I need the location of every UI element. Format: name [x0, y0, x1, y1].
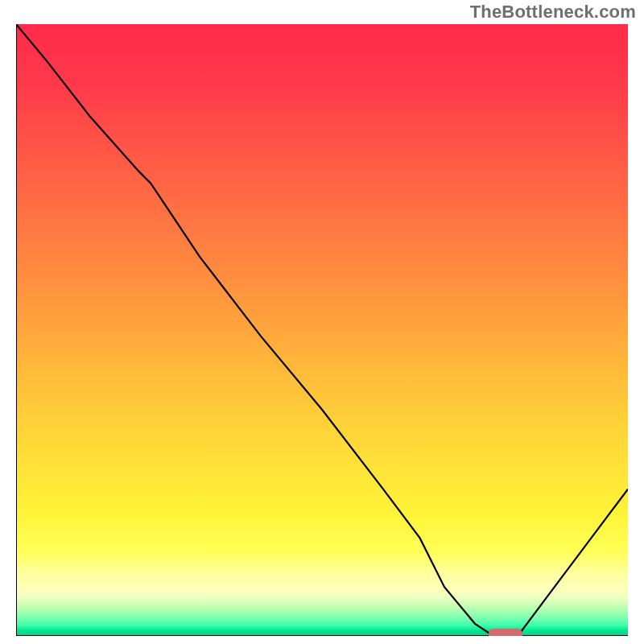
plot-svg [16, 24, 628, 636]
chart-container: TheBottleneck.com [0, 0, 644, 644]
plot [16, 24, 628, 636]
watermark-text: TheBottleneck.com [470, 2, 636, 23]
bottleneck-curve [16, 24, 628, 636]
optimal-marker [489, 629, 522, 636]
axes [16, 24, 628, 636]
